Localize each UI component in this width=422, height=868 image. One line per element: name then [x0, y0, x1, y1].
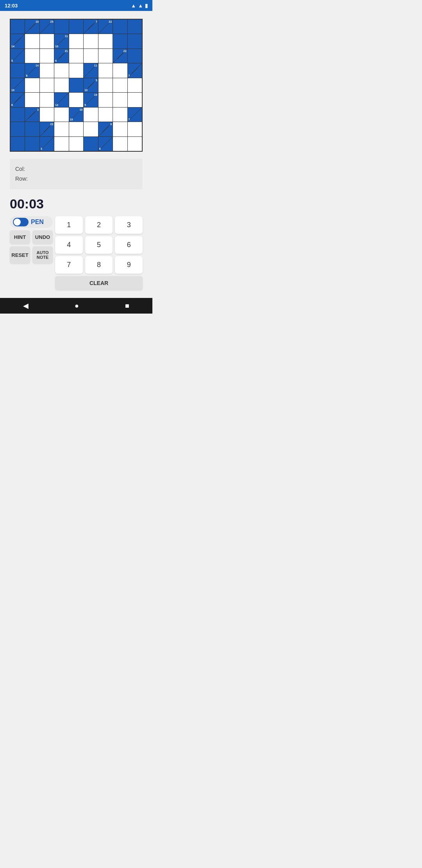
grid-cell[interactable] [69, 137, 83, 151]
grid-cell[interactable] [25, 34, 39, 48]
grid-cell: 513 [84, 78, 98, 92]
grid-cell[interactable] [98, 34, 113, 48]
grid-cell[interactable] [40, 93, 54, 107]
grid-cell[interactable] [40, 34, 54, 48]
kakuro-grid[interactable]: 1025722141110521622148117105136121993101… [10, 19, 143, 152]
grid-cell[interactable] [69, 49, 83, 63]
row-info: Row: [15, 174, 137, 184]
num-6-button[interactable]: 6 [115, 236, 143, 254]
undo-button[interactable]: UNDO [32, 230, 53, 244]
numpad-row-2: 4 5 6 [55, 236, 143, 254]
num-4-button[interactable]: 4 [55, 236, 83, 254]
grid-cell: 25 [40, 20, 54, 34]
num-5-button[interactable]: 5 [85, 236, 113, 254]
grid-cell[interactable] [25, 49, 39, 63]
grid-cell[interactable] [98, 93, 113, 107]
num-2-button[interactable]: 2 [85, 216, 113, 234]
grid-cell: 10 [11, 78, 25, 92]
grid-cell: 3 [25, 108, 39, 122]
recent-button[interactable]: ■ [125, 302, 129, 310]
num-1-button[interactable]: 1 [55, 216, 83, 234]
grid-cell[interactable] [54, 78, 68, 92]
grid-cell[interactable] [98, 63, 113, 77]
clear-button[interactable]: CLEAR [55, 276, 143, 290]
grid-cell: 1110 [54, 34, 68, 48]
grid-cell[interactable] [128, 93, 142, 107]
pen-toggle-thumb [14, 219, 21, 226]
grid-cell: 11 [84, 63, 98, 77]
grid-cell: 148 [25, 63, 39, 77]
status-time: 12:03 [5, 3, 18, 9]
grid-cell[interactable] [98, 49, 113, 63]
grid-cell[interactable] [40, 78, 54, 92]
grid-cell[interactable] [98, 78, 113, 92]
grid-cell[interactable] [128, 122, 142, 136]
grid-cell[interactable] [25, 78, 39, 92]
grid-cell[interactable] [69, 93, 83, 107]
grid-cell [25, 122, 39, 136]
grid-cell[interactable] [113, 78, 127, 92]
col-label: Col: [15, 166, 25, 172]
grid-cell [11, 63, 25, 77]
grid-cell[interactable] [113, 108, 127, 122]
grid-cell[interactable] [54, 63, 68, 77]
grid-cell: 7 [128, 108, 142, 122]
grid-cell[interactable] [40, 49, 54, 63]
row-label: Row: [15, 176, 28, 182]
pen-label: PEN [31, 219, 44, 226]
grid-cell[interactable] [113, 63, 127, 77]
grid-cell[interactable] [84, 34, 98, 48]
grid-cell[interactable] [54, 108, 68, 122]
grid-cell [128, 34, 142, 48]
grid-cell: 3 [40, 137, 54, 151]
grid-cell[interactable] [113, 93, 127, 107]
grid-cell: 22 [98, 20, 113, 34]
grid-cell[interactable] [54, 137, 68, 151]
grid-cell [11, 122, 25, 136]
num-9-button[interactable]: 9 [115, 256, 143, 274]
pen-toggle-track [13, 218, 29, 226]
grid-cell[interactable] [84, 49, 98, 63]
pen-toggle[interactable]: PEN [10, 216, 53, 228]
status-bar: 12:03 ▲ ▲ ▮ [0, 0, 152, 11]
grid-cell [69, 20, 83, 34]
grid-cell [25, 137, 39, 151]
grid-cell[interactable] [84, 122, 98, 136]
grid-cell[interactable] [25, 93, 39, 107]
grid-cell: 7 [128, 63, 142, 77]
hint-button[interactable]: HINT [10, 230, 30, 244]
grid-cell: 6 [11, 93, 25, 107]
grid-cell[interactable] [69, 63, 83, 77]
nav-bar: ◀ ● ■ [0, 298, 152, 314]
grid-cell[interactable] [128, 78, 142, 92]
grid-cell: 216 [54, 49, 68, 63]
grid-cell[interactable] [113, 122, 127, 136]
grid-cell [128, 20, 142, 34]
hint-undo-row: HINT UNDO [10, 230, 53, 244]
grid-cell: 14 [11, 34, 25, 48]
reset-auto-row: RESET AUTO NOTE [10, 246, 53, 264]
reset-button[interactable]: RESET [10, 246, 30, 264]
home-button[interactable]: ● [75, 302, 79, 310]
grid-cell[interactable] [40, 108, 54, 122]
grid-cell [69, 78, 83, 92]
num-7-button[interactable]: 7 [55, 256, 83, 274]
num-8-button[interactable]: 8 [85, 256, 113, 274]
back-button[interactable]: ◀ [23, 301, 29, 310]
grid-cell[interactable] [69, 34, 83, 48]
grid-cell[interactable] [128, 137, 142, 151]
grid-cell[interactable] [69, 122, 83, 136]
left-controls: PEN HINT UNDO RESET AUTO NOTE [10, 216, 53, 264]
signal-icon: ▲ [138, 3, 143, 9]
grid-cell: 22 [113, 49, 127, 63]
grid-cell[interactable] [98, 108, 113, 122]
grid-cell[interactable] [84, 108, 98, 122]
auto-note-button[interactable]: AUTO NOTE [32, 246, 53, 264]
timer-display: 00:03 [10, 196, 143, 212]
num-3-button[interactable]: 3 [115, 216, 143, 234]
numpad-row-3: 7 8 9 [55, 256, 143, 274]
grid-cell[interactable] [113, 137, 127, 151]
grid-cell[interactable] [40, 63, 54, 77]
wifi-icon: ▲ [131, 3, 136, 9]
grid-cell[interactable] [54, 122, 68, 136]
